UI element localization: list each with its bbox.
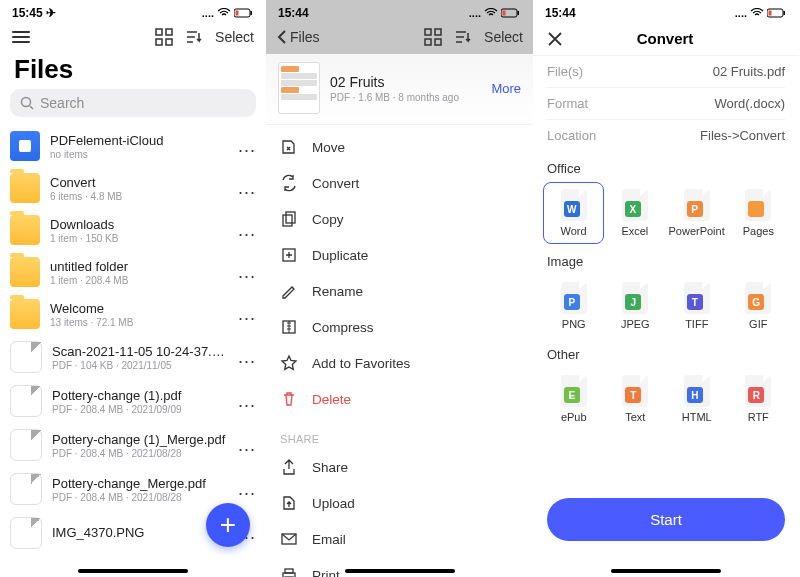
format-text[interactable]: TText: [605, 368, 667, 430]
file-meta: 1 item · 150 KB: [50, 233, 228, 244]
action-copy[interactable]: Copy: [280, 201, 519, 237]
more-link[interactable]: More: [491, 81, 521, 96]
svg-rect-26: [784, 11, 786, 15]
format-excel[interactable]: XExcel: [604, 182, 665, 244]
more-icon[interactable]: ...: [238, 353, 256, 361]
format-jpeg[interactable]: JJPEG: [605, 275, 667, 337]
format-png[interactable]: PPNG: [543, 275, 605, 337]
file-thumbnail-icon: [10, 341, 42, 373]
action-label: Compress: [312, 320, 374, 335]
action-favorites[interactable]: Add to Favorites: [280, 345, 519, 381]
action-print[interactable]: Print: [280, 557, 519, 577]
action-upload[interactable]: Upload: [280, 485, 519, 521]
select-button[interactable]: Select: [484, 29, 523, 45]
format-label: Excel: [621, 225, 648, 237]
more-icon[interactable]: ...: [238, 485, 256, 493]
status-time: 15:44: [278, 6, 309, 20]
svg-rect-4: [166, 29, 172, 35]
move-icon: [280, 138, 298, 156]
svg-rect-14: [425, 39, 431, 45]
file-row[interactable]: Pottery-change (1)_Merge.pdfPDF · 208.4 …: [10, 423, 256, 467]
section-other: Other: [547, 347, 785, 362]
field-row[interactable]: LocationFiles->Convert: [533, 120, 799, 151]
status-icons: ....: [735, 7, 787, 19]
more-icon[interactable]: ...: [238, 441, 256, 449]
more-icon[interactable]: ...: [238, 397, 256, 405]
format-icon: P: [561, 282, 587, 314]
search-placeholder: Search: [40, 95, 84, 111]
file-name: Pottery-change (1).pdf: [52, 388, 228, 403]
home-indicator: [611, 569, 721, 573]
home-indicator: [78, 569, 188, 573]
action-convert[interactable]: Convert: [280, 165, 519, 201]
start-button[interactable]: Start: [547, 498, 785, 541]
more-icon[interactable]: ...: [238, 184, 256, 192]
format-epub[interactable]: EePub: [543, 368, 605, 430]
format-word[interactable]: WWord: [543, 182, 604, 244]
file-row[interactable]: Convert6 items · 4.8 MB...: [10, 167, 256, 209]
field-row[interactable]: File(s)02 Fruits.pdf: [533, 56, 799, 87]
grid-view-icon[interactable]: [155, 28, 173, 46]
file-row[interactable]: untitled folder1 item · 208.4 MB...: [10, 251, 256, 293]
action-duplicate[interactable]: Duplicate: [280, 237, 519, 273]
compress-icon: [280, 318, 298, 336]
folder-icon: [10, 173, 40, 203]
close-icon[interactable]: [547, 31, 563, 47]
format-icon: T: [622, 375, 648, 407]
file-meta: PDF · 208.4 MB · 2021/09/09: [52, 404, 228, 415]
back-button[interactable]: Files: [276, 29, 320, 45]
file-thumbnail-icon: [10, 429, 42, 461]
format-powerpoint[interactable]: PPowerPoint: [665, 182, 727, 244]
search-input[interactable]: Search: [10, 89, 256, 117]
upload-icon: [280, 494, 298, 512]
select-button[interactable]: Select: [215, 29, 254, 45]
add-button[interactable]: +: [206, 503, 250, 547]
status-icons: ....: [202, 7, 254, 19]
format-label: Pages: [743, 225, 774, 237]
format-html[interactable]: HHTML: [666, 368, 728, 430]
file-row[interactable]: PDFelement-iCloudno items...: [10, 125, 256, 167]
more-icon[interactable]: ...: [238, 310, 256, 318]
folder-icon: [10, 257, 40, 287]
file-row[interactable]: Welcome13 items · 72.1 MB...: [10, 293, 256, 335]
format-icon: J: [622, 282, 648, 314]
action-rename[interactable]: Rename: [280, 273, 519, 309]
action-compress[interactable]: Compress: [280, 309, 519, 345]
format-rtf[interactable]: RRTF: [728, 368, 790, 430]
format-gif[interactable]: GGIF: [728, 275, 790, 337]
action-label: Copy: [312, 212, 344, 227]
action-move[interactable]: Move: [280, 129, 519, 165]
svg-rect-12: [425, 29, 431, 35]
favorites-icon: [280, 354, 298, 372]
action-share[interactable]: Share: [280, 449, 519, 485]
more-icon[interactable]: ...: [238, 226, 256, 234]
field-key: File(s): [547, 64, 583, 79]
action-email[interactable]: Email: [280, 521, 519, 557]
sort-icon[interactable]: [454, 28, 472, 46]
field-value: 02 Fruits.pdf: [713, 64, 785, 79]
file-meta: 13 items · 72.1 MB: [50, 317, 228, 328]
format-tiff[interactable]: TTIFF: [666, 275, 728, 337]
action-label: Delete: [312, 392, 351, 407]
convert-icon: [280, 174, 298, 192]
field-row[interactable]: FormatWord(.docx): [533, 88, 799, 119]
folder-icon: [10, 299, 40, 329]
grid-view-icon[interactable]: [424, 28, 442, 46]
file-row[interactable]: Scan-2021-11-05 10-24-37.pdfPDF · 104 KB…: [10, 335, 256, 379]
format-label: TIFF: [685, 318, 708, 330]
more-icon[interactable]: ...: [238, 268, 256, 276]
format-label: GIF: [749, 318, 767, 330]
file-row[interactable]: Pottery-change (1).pdfPDF · 208.4 MB · 2…: [10, 379, 256, 423]
format-pages[interactable]: Pages: [728, 182, 789, 244]
menu-icon[interactable]: [12, 31, 30, 43]
file-preview-row[interactable]: 02 Fruits PDF · 1.6 MB · 8 months ago Mo…: [266, 54, 533, 125]
svg-rect-13: [435, 29, 441, 35]
svg-rect-22: [285, 569, 293, 573]
sort-icon[interactable]: [185, 28, 203, 46]
action-delete[interactable]: Delete: [280, 381, 519, 417]
more-icon[interactable]: ...: [238, 142, 256, 150]
panel-title: Convert: [563, 30, 767, 47]
svg-rect-3: [156, 29, 162, 35]
svg-rect-15: [435, 39, 441, 45]
file-row[interactable]: Downloads1 item · 150 KB...: [10, 209, 256, 251]
